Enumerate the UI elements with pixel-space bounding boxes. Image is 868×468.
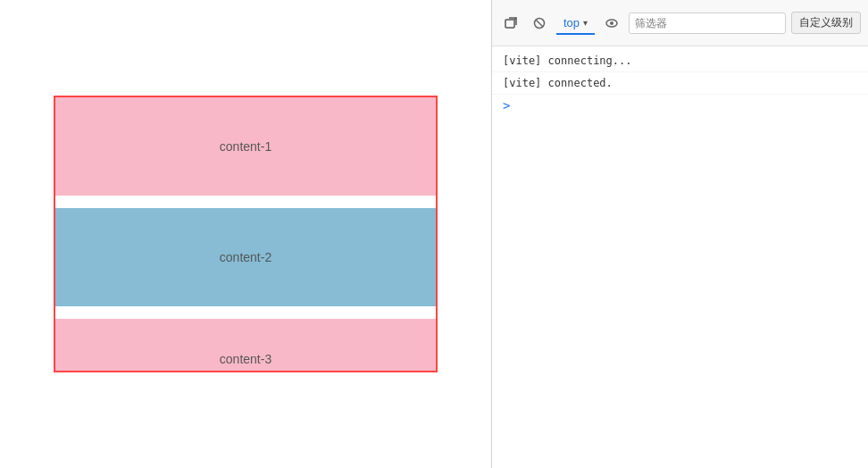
browser-viewport-panel: content-1 content-2 content-3 <box>0 0 491 468</box>
custom-level-button[interactable]: 自定义级别 <box>791 12 861 34</box>
content-separator-2 <box>55 306 436 319</box>
inspect-icon-button[interactable] <box>499 12 522 35</box>
content-2-label: content-2 <box>220 250 271 264</box>
console-prompt-symbol: > <box>503 98 510 113</box>
scroll-content[interactable]: content-1 content-2 content-3 <box>55 97 436 371</box>
top-tab[interactable]: top ▾ <box>556 13 595 35</box>
block-icon-button[interactable] <box>528 12 551 35</box>
devtools-panel: top ▾ 自定义级别 [vite] connecting... [vite] … <box>491 0 868 468</box>
content-block-2: content-2 <box>55 208 436 306</box>
console-prompt[interactable]: > <box>492 95 868 116</box>
svg-rect-0 <box>505 20 514 28</box>
content-separator-1 <box>55 196 436 208</box>
content-3-label: content-3 <box>220 352 271 366</box>
eye-icon-button[interactable] <box>600 12 623 35</box>
filter-input[interactable] <box>629 13 786 34</box>
svg-line-2 <box>536 20 543 27</box>
top-tab-label: top <box>563 16 580 29</box>
console-output: [vite] connecting... [vite] connected. > <box>492 46 868 468</box>
content-block-1: content-1 <box>55 97 436 196</box>
viewport-container: content-1 content-2 content-3 <box>54 96 438 372</box>
console-line-2: [vite] connected. <box>492 72 868 95</box>
content-block-3: content-3 <box>55 319 436 371</box>
svg-point-4 <box>610 21 613 25</box>
devtools-toolbar: top ▾ 自定义级别 <box>492 0 868 46</box>
top-tab-arrow: ▾ <box>583 18 588 28</box>
console-line-1: [vite] connecting... <box>492 50 868 72</box>
console-line-1-text: [vite] connecting... <box>503 52 632 70</box>
content-1-label: content-1 <box>220 139 271 154</box>
custom-level-label: 自定义级别 <box>799 16 853 29</box>
console-line-2-text: [vite] connected. <box>503 74 613 92</box>
